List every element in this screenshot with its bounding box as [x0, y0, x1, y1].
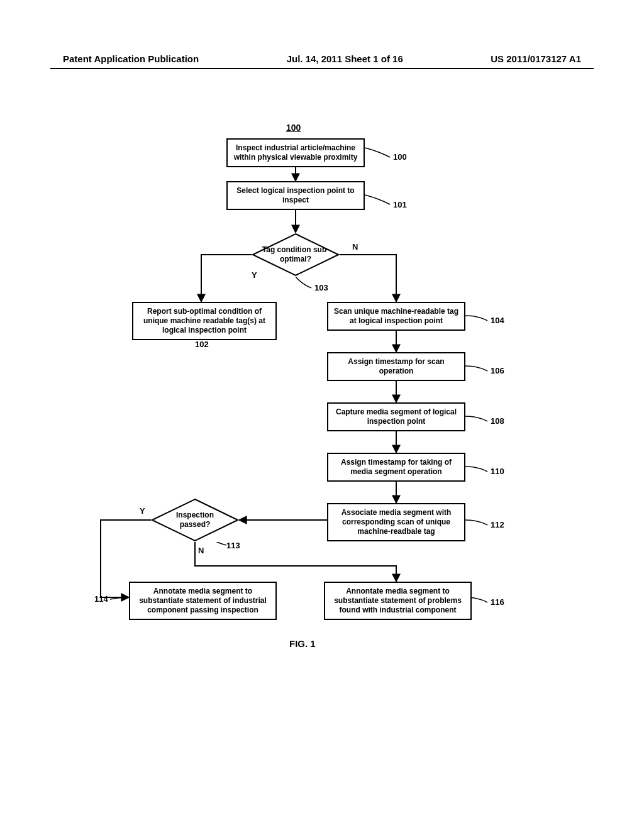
diagram-title-ref: 100: [286, 123, 301, 133]
header-rule: [50, 68, 594, 69]
process-106: Assign timestamp for scan operation: [327, 352, 465, 381]
process-108: Capture media segment of logical inspect…: [327, 402, 465, 431]
process-112: Associate media segment with correspondi…: [327, 503, 465, 541]
ref-106: 106: [491, 366, 504, 375]
process-108-text: Capture media segment of logical inspect…: [336, 407, 457, 426]
process-110: Assign timestamp for taking of media seg…: [327, 453, 465, 482]
figure-caption: FIG. 1: [289, 638, 316, 649]
header-right: US 2011/0173127 A1: [491, 53, 581, 64]
process-112-text: Associate media segment with correspondi…: [341, 508, 452, 536]
ref-110: 110: [491, 467, 504, 476]
decision-103: Tag condition sub-optimal?: [252, 233, 340, 277]
decision-103-yes: Y: [252, 270, 257, 280]
process-116: Annontate media segment to substantiate …: [324, 582, 472, 620]
header-center: Jul. 14, 2011 Sheet 1 of 16: [287, 53, 403, 64]
ref-101: 101: [393, 200, 407, 209]
decision-103-text: Tag condition sub-optimal?: [252, 233, 340, 277]
process-102-text: Report sub-optimal condition of unique m…: [143, 307, 265, 335]
decision-103-no: N: [352, 242, 358, 252]
ref-103: 103: [314, 283, 328, 292]
ref-108: 108: [491, 416, 504, 426]
process-110-text: Assign timestamp for taking of media seg…: [341, 458, 452, 476]
decision-113-text: Inspection passed?: [151, 498, 239, 542]
process-101: Select logical inspection point to inspe…: [226, 181, 365, 210]
page-header: Patent Application Publication Jul. 14, …: [0, 53, 644, 64]
ref-112: 112: [491, 520, 504, 529]
ref-114: 114: [94, 594, 108, 604]
process-100: Inspect industrial article/machine withi…: [226, 138, 365, 167]
decision-113: Inspection passed?: [151, 498, 239, 542]
process-104: Scan unique machine-readable tag at logi…: [327, 302, 465, 331]
process-104-text: Scan unique machine-readable tag at logi…: [334, 307, 458, 325]
process-114-text: Annotate media segment to substantiate s…: [139, 587, 267, 614]
process-101-text: Select logical inspection point to inspe…: [236, 186, 354, 204]
process-106-text: Assign timestamp for scan operation: [348, 357, 444, 375]
process-102: Report sub-optimal condition of unique m…: [132, 302, 277, 340]
ref-113: 113: [226, 541, 240, 550]
ref-102: 102: [195, 340, 209, 349]
ref-116: 116: [491, 597, 504, 607]
process-116-text: Annontate media segment to substantiate …: [334, 587, 462, 614]
ref-104: 104: [491, 316, 504, 325]
decision-113-no: N: [198, 546, 204, 555]
process-114: Annotate media segment to substantiate s…: [129, 582, 277, 620]
ref-100: 100: [393, 152, 407, 162]
process-100-text: Inspect industrial article/machine withi…: [234, 143, 358, 162]
connectors: [0, 113, 644, 830]
flowchart: 100 Inspect industrial article/machine w…: [0, 113, 644, 830]
decision-113-yes: Y: [140, 506, 145, 516]
header-left: Patent Application Publication: [63, 53, 199, 64]
